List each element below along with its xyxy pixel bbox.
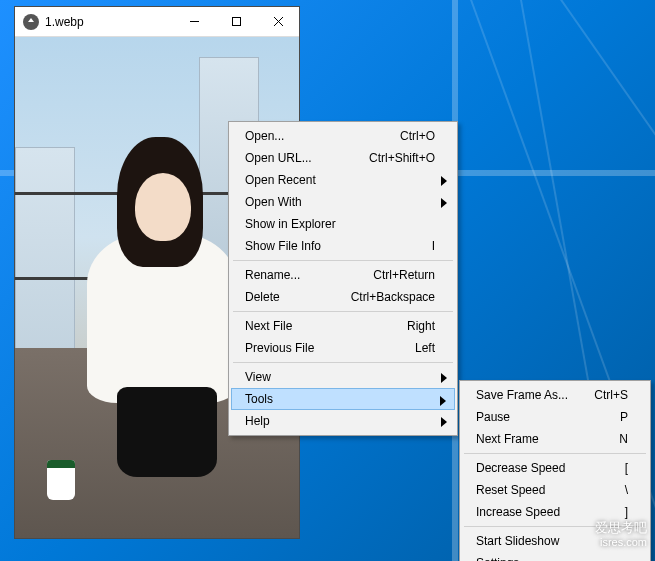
menu-label: Pause	[476, 410, 602, 424]
menu-label: Open Recent	[245, 173, 435, 187]
submenu-item-save-frame[interactable]: Save Frame As... Ctrl+S	[462, 384, 648, 406]
menu-label: Open...	[245, 129, 382, 143]
menu-label: Delete	[245, 290, 333, 304]
close-button[interactable]	[257, 7, 299, 37]
minimize-button[interactable]	[173, 7, 215, 37]
menu-label: Rename...	[245, 268, 355, 282]
menu-item-view[interactable]: View	[231, 366, 455, 388]
menu-item-rename[interactable]: Rename... Ctrl+Return	[231, 264, 455, 286]
menu-shortcut: [	[625, 461, 628, 475]
menu-separator	[233, 260, 453, 261]
menu-shortcut: Right	[407, 319, 435, 333]
menu-item-show-info[interactable]: Show File Info I	[231, 235, 455, 257]
submenu-item-pause[interactable]: Pause P	[462, 406, 648, 428]
titlebar[interactable]: 1.webp	[15, 7, 299, 37]
submenu-item-settings[interactable]: Settings	[462, 552, 648, 561]
window-title: 1.webp	[45, 15, 173, 29]
menu-item-open-url[interactable]: Open URL... Ctrl+Shift+O	[231, 147, 455, 169]
tools-submenu: Save Frame As... Ctrl+S Pause P Next Fra…	[459, 380, 651, 561]
maximize-button[interactable]	[215, 7, 257, 37]
menu-shortcut: Ctrl+Backspace	[351, 290, 435, 304]
menu-label: Next File	[245, 319, 389, 333]
menu-label: Reset Speed	[476, 483, 607, 497]
menu-label: Next Frame	[476, 432, 601, 446]
menu-label: Increase Speed	[476, 505, 607, 519]
menu-shortcut: Ctrl+S	[594, 388, 628, 402]
menu-shortcut: N	[619, 432, 628, 446]
menu-item-open-recent[interactable]: Open Recent	[231, 169, 455, 191]
menu-item-show-explorer[interactable]: Show in Explorer	[231, 213, 455, 235]
svg-rect-1	[232, 18, 240, 26]
menu-separator	[464, 526, 646, 527]
submenu-item-increase-speed[interactable]: Increase Speed ]	[462, 501, 648, 523]
menu-label: Decrease Speed	[476, 461, 607, 475]
menu-item-previous-file[interactable]: Previous File Left	[231, 337, 455, 359]
menu-label: Help	[245, 414, 435, 428]
menu-shortcut: P	[620, 410, 628, 424]
submenu-item-decrease-speed[interactable]: Decrease Speed [	[462, 457, 648, 479]
chevron-right-icon	[441, 197, 447, 211]
menu-label: Save Frame As...	[476, 388, 576, 402]
menu-label: Settings	[476, 556, 628, 561]
menu-label: Show in Explorer	[245, 217, 435, 231]
menu-shortcut: Ctrl+Return	[373, 268, 435, 282]
context-menu: Open... Ctrl+O Open URL... Ctrl+Shift+O …	[228, 121, 458, 436]
menu-shortcut: Ctrl+O	[400, 129, 435, 143]
submenu-item-next-frame[interactable]: Next Frame N	[462, 428, 648, 450]
menu-label: Open URL...	[245, 151, 351, 165]
menu-separator	[464, 453, 646, 454]
menu-shortcut: I	[432, 239, 435, 253]
menu-item-delete[interactable]: Delete Ctrl+Backspace	[231, 286, 455, 308]
chevron-right-icon	[441, 372, 447, 386]
menu-shortcut: ]	[625, 505, 628, 519]
menu-label: Tools	[245, 392, 435, 406]
chevron-right-icon	[441, 416, 447, 430]
menu-shortcut: \	[625, 483, 628, 497]
menu-item-next-file[interactable]: Next File Right	[231, 315, 455, 337]
menu-label: Start Slideshow	[476, 534, 628, 548]
submenu-item-reset-speed[interactable]: Reset Speed \	[462, 479, 648, 501]
menu-label: Previous File	[245, 341, 397, 355]
menu-label: Open With	[245, 195, 435, 209]
menu-separator	[233, 362, 453, 363]
menu-item-tools[interactable]: Tools	[231, 388, 455, 410]
app-icon	[23, 14, 39, 30]
menu-shortcut: Ctrl+Shift+O	[369, 151, 435, 165]
menu-item-open-with[interactable]: Open With	[231, 191, 455, 213]
menu-label: Show File Info	[245, 239, 414, 253]
menu-shortcut: Left	[415, 341, 435, 355]
menu-separator	[233, 311, 453, 312]
menu-label: View	[245, 370, 435, 384]
menu-item-open[interactable]: Open... Ctrl+O	[231, 125, 455, 147]
submenu-item-start-slideshow[interactable]: Start Slideshow	[462, 530, 648, 552]
menu-item-help[interactable]: Help	[231, 410, 455, 432]
chevron-right-icon	[440, 395, 446, 409]
chevron-right-icon	[441, 175, 447, 189]
